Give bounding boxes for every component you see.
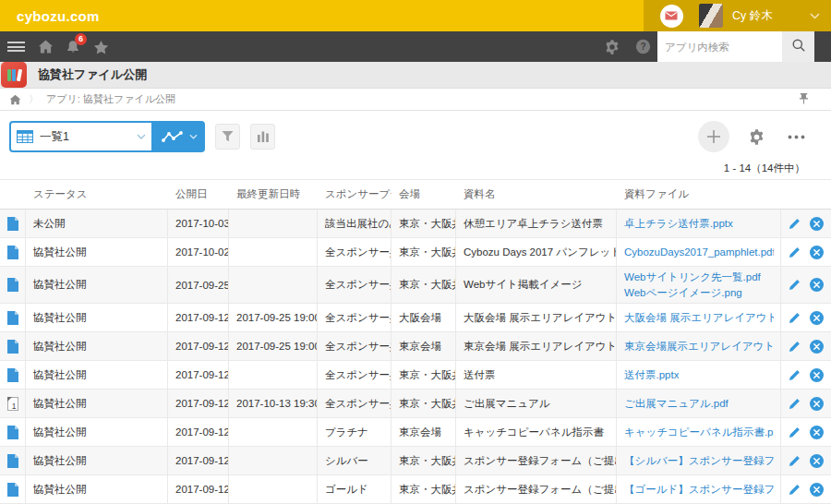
close-circle-icon: [810, 278, 824, 292]
edit-record-button[interactable]: [789, 426, 801, 438]
header-venue[interactable]: 会場: [391, 180, 456, 209]
record-detail-button[interactable]: [7, 368, 18, 382]
app-icon[interactable]: [1, 62, 27, 88]
header-status[interactable]: ステータス: [26, 180, 168, 209]
pencil-icon: [789, 312, 801, 324]
edit-record-button[interactable]: [789, 341, 801, 353]
notifications-mail-button[interactable]: [644, 5, 699, 28]
edit-record-button[interactable]: [789, 455, 801, 467]
cell-sponsor-plan: 全スポンサー共通: [318, 304, 391, 331]
cell-sponsor-plan: 全スポンサー共通: [318, 332, 391, 360]
header-sponsor-plan[interactable]: スポンサープラン: [318, 180, 391, 209]
edit-record-button[interactable]: [789, 246, 801, 258]
record-detail-button[interactable]: [7, 311, 18, 325]
mail-icon: [660, 5, 683, 28]
delete-record-button[interactable]: [810, 454, 824, 468]
search-input[interactable]: [657, 31, 782, 62]
document-icon: [7, 368, 18, 382]
edit-record-button[interactable]: [789, 312, 801, 324]
cell-publish-date: 2017-09-12: [168, 418, 229, 446]
record-detail-button[interactable]: [7, 483, 18, 497]
cell-document-files: 卓上チラシ送付票.pptx: [617, 210, 781, 237]
edit-record-button[interactable]: [789, 398, 801, 410]
chart-button[interactable]: [250, 124, 275, 150]
header-updated[interactable]: 最終更新日時: [229, 180, 318, 209]
delete-record-button[interactable]: [810, 278, 824, 292]
record-detail-button[interactable]: [7, 246, 18, 259]
settings-gear-icon[interactable]: [596, 31, 628, 62]
breadcrumb-home-icon[interactable]: [9, 94, 21, 105]
table-row: 協賛社公開 2017-09-12 2017-09-25 19:00 全スポンサー…: [0, 332, 831, 361]
cell-updated: [229, 475, 318, 503]
cell-publish-date: 2017-10-03: [168, 210, 229, 237]
edit-record-button[interactable]: [789, 218, 801, 230]
edit-record-button[interactable]: [789, 279, 801, 291]
edit-record-button[interactable]: [789, 369, 801, 381]
delete-record-button[interactable]: [810, 340, 824, 354]
record-detail-button[interactable]: 1: [7, 397, 18, 411]
chevron-down-icon: [137, 134, 146, 139]
pencil-icon: [789, 369, 801, 381]
cell-document-files: 東京会場展示エリアレイアウト0925.pdf: [617, 332, 781, 360]
add-record-button[interactable]: [698, 121, 729, 152]
cell-venue: 東京会場: [391, 332, 456, 360]
record-detail-button[interactable]: [7, 340, 18, 354]
file-link[interactable]: ご出展マニュアル.pdf: [624, 396, 729, 412]
file-link[interactable]: CybozuDays2017_pamphlet.pdf: [624, 245, 774, 260]
document-icon: [7, 454, 18, 468]
cell-updated: [229, 210, 318, 237]
record-detail-button[interactable]: [7, 217, 18, 231]
file-link[interactable]: 卓上チラシ送付票.pptx: [624, 216, 733, 232]
delete-record-button[interactable]: [810, 483, 824, 497]
menu-hamburger-icon[interactable]: [0, 31, 31, 62]
header-publish-date[interactable]: 公開日: [168, 180, 229, 209]
delete-record-button[interactable]: [810, 217, 824, 231]
file-link[interactable]: 送付票.pptx: [624, 367, 679, 383]
favorites-star-icon[interactable]: [87, 31, 114, 62]
cell-document-files: キャッチコピーパネル指示書.pptx: [617, 418, 781, 446]
file-link[interactable]: 東京会場展示エリアレイアウト0925.pdf: [624, 339, 774, 354]
close-circle-icon: [810, 217, 824, 231]
search-button[interactable]: [782, 31, 814, 62]
file-link[interactable]: 【シルバー】スポンサー登録フォーム.xlsx: [624, 453, 774, 469]
file-link[interactable]: キャッチコピーパネル指示書.pptx: [624, 425, 774, 440]
record-detail-button[interactable]: [7, 454, 18, 468]
help-icon[interactable]: ?: [628, 31, 657, 62]
delete-record-button[interactable]: [810, 426, 824, 439]
more-options-icon[interactable]: [784, 131, 809, 143]
pin-icon[interactable]: [786, 90, 822, 108]
delete-record-button[interactable]: [810, 311, 824, 325]
user-area: Cy 鈴木: [644, 0, 831, 31]
cybozu-logo[interactable]: cybozu.com: [0, 8, 644, 24]
delete-record-button[interactable]: [810, 246, 824, 259]
close-circle-icon: [810, 246, 824, 259]
notification-bell-icon[interactable]: 6: [59, 31, 87, 62]
delete-record-button[interactable]: [810, 397, 824, 411]
app-settings-gear-icon[interactable]: [744, 125, 769, 150]
home-icon[interactable]: [31, 31, 59, 62]
document-icon: [7, 246, 18, 259]
cell-document-name: Webサイト掲載イメージ: [456, 267, 617, 303]
cell-publish-date: 2017-09-25: [168, 267, 229, 303]
delete-record-button[interactable]: [810, 368, 824, 382]
graph-button[interactable]: [153, 121, 205, 152]
breadcrumb-app-link[interactable]: アプリ: 協賛社ファイル公開: [46, 92, 175, 106]
record-detail-button[interactable]: [7, 278, 18, 292]
header-document-name[interactable]: 資料名: [456, 180, 617, 209]
filter-button[interactable]: [215, 124, 240, 150]
cell-updated: 2017-10-13 19:30: [229, 390, 318, 417]
table-row: 協賛社公開 2017-09-25 全スポンサー共通 東京・大阪共通 Webサイト…: [0, 267, 831, 304]
record-detail-button[interactable]: [7, 426, 18, 439]
cell-venue: 東京・大阪共通: [391, 210, 456, 237]
file-link[interactable]: Webページイメージ.png: [624, 285, 742, 301]
header-document-file[interactable]: 資料ファイル: [617, 180, 781, 209]
cell-status: 協賛社公開: [26, 267, 168, 303]
view-selector[interactable]: 一覧1: [9, 121, 153, 152]
file-link[interactable]: 大阪会場 展示エリアレイアウト0925.pdf: [624, 310, 774, 326]
edit-record-button[interactable]: [789, 484, 801, 496]
file-link[interactable]: 【ゴールド】スポンサー登録フォーム.xlsx: [624, 482, 774, 498]
search-icon: [791, 38, 806, 55]
user-menu[interactable]: Cy 鈴木: [699, 4, 831, 28]
file-link[interactable]: Webサイトリンク先一覧.pdf: [624, 270, 761, 285]
table-view-icon: [17, 130, 33, 143]
